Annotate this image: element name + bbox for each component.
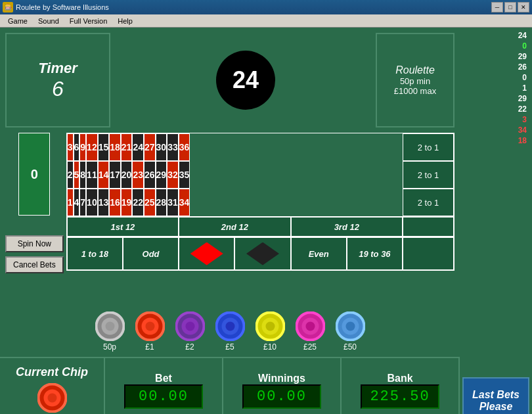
current-chip-display — [37, 383, 67, 414]
row-2: 2 5 8 11 14 17 20 23 26 29 32 35 — [67, 161, 403, 189]
chip-50-icon[interactable] — [336, 311, 365, 341]
timer-circle: 24 — [216, 51, 275, 110]
chip-50p[interactable]: 50p — [95, 311, 125, 352]
current-chip-label: Current Chip — [16, 365, 88, 379]
num-30[interactable]: 30 — [156, 133, 167, 161]
num-27[interactable]: 27 — [144, 133, 156, 161]
dozen-3rd[interactable]: 3rd 12 — [291, 217, 403, 237]
recent-num-29a: 29 — [462, 51, 529, 62]
zero-cell[interactable]: 0 — [5, 133, 64, 216]
winnings-display: 00.00 — [242, 384, 321, 409]
menu-fullversion[interactable]: Full Version — [64, 14, 112, 27]
spacer — [5, 216, 64, 235]
num-13[interactable]: 13 — [98, 189, 110, 216]
menu-sound[interactable]: Sound — [33, 14, 64, 27]
minimize-button[interactable]: ─ — [491, 2, 503, 12]
chip-5-icon[interactable] — [215, 311, 245, 341]
winnings-section: Winnings 00.00 — [223, 358, 342, 414]
num-5[interactable]: 5 — [74, 161, 80, 189]
bank-label: Bank — [387, 373, 412, 384]
num-34[interactable]: 34 — [179, 189, 190, 216]
dozen-2nd[interactable]: 2nd 12 — [179, 217, 290, 237]
num-36[interactable]: 36 — [179, 133, 190, 161]
dozens-row: 1st 12 2nd 12 3rd 12 — [66, 217, 454, 237]
col-bet-1[interactable]: 2 to 1 — [403, 133, 454, 161]
bank-display: 225.50 — [361, 384, 439, 409]
red-diamond-icon[interactable] — [190, 242, 223, 265]
col-bet-3[interactable]: 2 to 1 — [403, 189, 454, 216]
num-7[interactable]: 7 — [79, 189, 86, 216]
num-1[interactable]: 1 — [67, 189, 74, 216]
num-17[interactable]: 17 — [109, 161, 121, 189]
chip-25-icon[interactable] — [296, 311, 325, 341]
chip-25[interactable]: £25 — [296, 311, 325, 352]
num-16[interactable]: 16 — [109, 189, 121, 216]
svg-point-20 — [345, 322, 355, 331]
close-button[interactable]: ✕ — [518, 2, 529, 12]
main-content: Timer 6 24 Roulette 50p min £1000 max 0 … — [0, 28, 532, 414]
num-11[interactable]: 11 — [86, 161, 98, 189]
num-6[interactable]: 6 — [74, 133, 80, 161]
last-bets-button[interactable]: Last BetsPlease — [462, 377, 529, 414]
chip-10[interactable]: £10 — [255, 311, 285, 352]
svg-point-5 — [145, 322, 154, 331]
recent-num-22: 22 — [462, 104, 529, 114]
menu-game[interactable]: Game — [3, 14, 33, 27]
num-26[interactable]: 26 — [144, 161, 156, 189]
menu-help[interactable]: Help — [112, 14, 138, 27]
cancel-bets-button[interactable]: Cancel Bets — [5, 256, 64, 273]
num-35[interactable]: 35 — [179, 161, 190, 189]
zero-number[interactable]: 0 — [18, 133, 50, 216]
num-31[interactable]: 31 — [167, 189, 179, 216]
num-22[interactable]: 22 — [132, 189, 144, 216]
bet-black[interactable] — [234, 237, 290, 270]
num-21[interactable]: 21 — [121, 133, 133, 161]
bet-red[interactable] — [179, 237, 234, 270]
num-28[interactable]: 28 — [156, 189, 167, 216]
chip-50p-icon[interactable] — [95, 311, 125, 341]
bet-even[interactable]: Even — [291, 237, 347, 270]
num-20[interactable]: 20 — [121, 161, 133, 189]
timer-section: Timer 6 — [5, 33, 110, 127]
num-25[interactable]: 25 — [144, 189, 156, 216]
recent-num-3: 3 — [462, 114, 529, 125]
maximize-button[interactable]: □ — [504, 2, 516, 12]
num-32[interactable]: 32 — [167, 161, 179, 189]
bet-19to36[interactable]: 19 to 36 — [347, 237, 403, 270]
bet-1to18[interactable]: 1 to 18 — [67, 237, 123, 270]
num-9[interactable]: 9 — [79, 133, 86, 161]
num-33[interactable]: 33 — [167, 133, 179, 161]
chip-1-icon[interactable] — [135, 311, 165, 341]
num-4[interactable]: 4 — [74, 189, 80, 216]
dozen-1st[interactable]: 1st 12 — [67, 217, 179, 237]
num-8[interactable]: 8 — [79, 161, 86, 189]
num-24[interactable]: 24 — [132, 133, 144, 161]
chip-10-icon[interactable] — [255, 311, 285, 341]
chip-5[interactable]: £5 — [215, 311, 245, 352]
num-3[interactable]: 3 — [67, 133, 74, 161]
current-chip-icon — [37, 383, 67, 413]
num-14[interactable]: 14 — [98, 161, 110, 189]
winnings-label: Winnings — [258, 373, 305, 384]
num-10[interactable]: 10 — [86, 189, 98, 216]
num-29[interactable]: 29 — [156, 161, 167, 189]
spin-button[interactable]: Spin Now — [5, 235, 64, 252]
chip-50[interactable]: £50 — [336, 311, 365, 352]
chip-1[interactable]: £1 — [135, 311, 165, 352]
bet-odd[interactable]: Odd — [123, 237, 179, 270]
window-controls: ─ □ ✕ — [491, 2, 529, 12]
num-2[interactable]: 2 — [67, 161, 74, 189]
black-diamond-icon[interactable] — [246, 242, 279, 265]
num-12[interactable]: 12 — [86, 133, 98, 161]
col-bet-2[interactable]: 2 to 1 — [403, 161, 454, 189]
chip-2[interactable]: £2 — [175, 311, 205, 352]
timer-value: 6 — [52, 77, 64, 101]
num-19[interactable]: 19 — [121, 189, 133, 216]
recent-num-0b: 0 — [462, 72, 529, 83]
num-15[interactable]: 15 — [98, 133, 110, 161]
chip-2-icon[interactable] — [175, 311, 205, 341]
numbers-area: 3 6 9 12 15 18 21 24 27 30 33 36 — [67, 133, 403, 216]
num-18[interactable]: 18 — [109, 133, 121, 161]
num-23[interactable]: 23 — [132, 161, 144, 189]
recent-num-26: 26 — [462, 62, 529, 72]
